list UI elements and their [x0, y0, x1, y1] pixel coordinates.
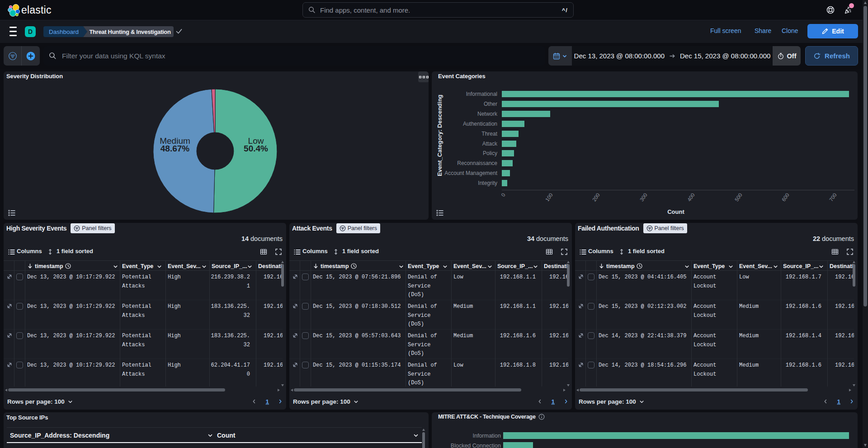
svg-text:50.4%: 50.4%	[244, 144, 268, 153]
svg-text:48.67%: 48.67%	[160, 144, 190, 153]
